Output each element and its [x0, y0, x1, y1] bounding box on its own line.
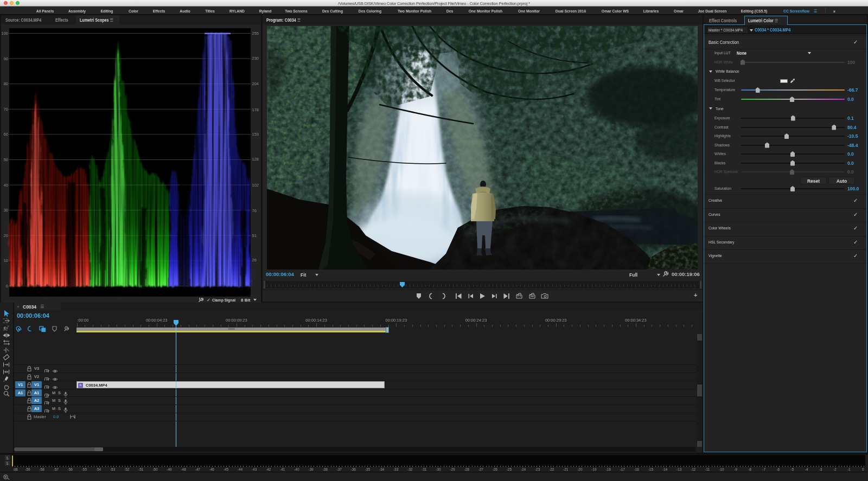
- svg-text:20: 20: [4, 233, 8, 238]
- svg-text:51: 51: [252, 233, 257, 238]
- svg-text:90: 90: [4, 56, 8, 61]
- svg-text:102: 102: [252, 183, 259, 188]
- svg-text:10: 10: [4, 258, 8, 263]
- svg-text:40: 40: [4, 183, 8, 188]
- svg-text:60: 60: [4, 132, 8, 137]
- svg-text:100: 100: [1, 31, 8, 36]
- svg-text:26: 26: [252, 258, 257, 262]
- svg-text:80: 80: [4, 81, 8, 86]
- svg-text:128: 128: [252, 157, 259, 162]
- svg-text:204: 204: [252, 81, 259, 86]
- svg-text:255: 255: [252, 31, 259, 36]
- svg-text:50: 50: [4, 157, 8, 162]
- svg-text:178: 178: [252, 107, 259, 112]
- svg-text:153: 153: [252, 132, 259, 137]
- svg-text:30: 30: [4, 208, 8, 213]
- svg-text:230: 230: [252, 56, 259, 61]
- svg-text:70: 70: [4, 107, 8, 112]
- svg-text:0: 0: [6, 284, 8, 288]
- svg-text:76: 76: [252, 208, 257, 213]
